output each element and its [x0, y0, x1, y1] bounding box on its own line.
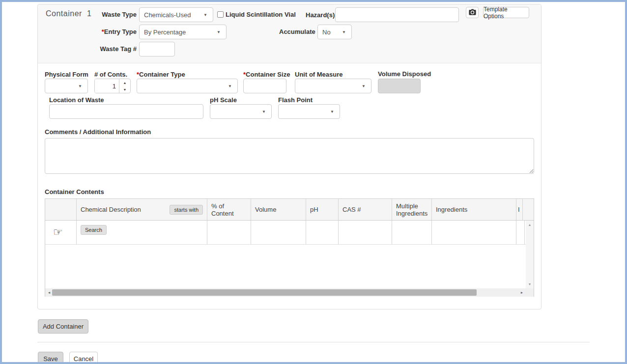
chevron-down-icon: ▼	[203, 13, 213, 17]
chevron-down-icon: ▼	[78, 84, 87, 88]
ph-scale-label: pH Scale	[210, 96, 237, 104]
chevron-down-icon: ▼	[217, 30, 226, 34]
location-of-waste-label: Location of Waste	[49, 96, 104, 104]
num-conts-spin-buttons: ▲ ▼	[119, 79, 130, 93]
volume-disposed-field	[378, 79, 421, 93]
hazards-input[interactable]	[335, 7, 459, 22]
waste-type-select[interactable]: Chemicals-Used ▼	[139, 7, 213, 22]
volume-cell	[251, 221, 306, 244]
chevron-down-icon: ▼	[362, 84, 371, 88]
chevron-down-icon: ▼	[342, 30, 351, 34]
vertical-scrollbar[interactable]: ▲ ▼	[526, 221, 534, 288]
table-header-row: Chemical Description starts with % of Co…	[45, 199, 534, 221]
accumulate-label: Accumulate	[279, 28, 315, 35]
entry-type-select[interactable]: By Percentage ▼	[139, 25, 227, 39]
flash-point-select[interactable]: ▼	[278, 104, 340, 119]
spinner-up-icon[interactable]: ▲	[119, 79, 130, 86]
location-of-waste-input[interactable]	[49, 104, 203, 119]
chevron-down-icon: ▼	[330, 110, 340, 114]
column-header-volume: Volume	[251, 199, 306, 220]
chemical-description-cell: Search	[77, 221, 207, 244]
save-button[interactable]: Save	[38, 352, 63, 364]
ingredients-cell	[432, 221, 516, 244]
cancel-button[interactable]: Cancel	[69, 352, 98, 364]
column-header-partial: I	[516, 199, 523, 220]
spinner-down-icon[interactable]: ▼	[119, 86, 130, 93]
accumulate-select[interactable]: No ▼	[317, 25, 352, 39]
physical-form-select[interactable]: ▼	[45, 79, 88, 93]
num-conts-label: # of Conts.	[94, 71, 127, 78]
column-header-cas: CAS #	[339, 199, 392, 220]
column-header-multiple-ingredients: Multiple Ingredients	[392, 199, 432, 220]
camera-button[interactable]	[466, 7, 479, 18]
cas-cell	[339, 221, 392, 244]
horizontal-scrollbar-thumb[interactable]	[52, 289, 477, 296]
physical-form-label: Physical Form	[45, 71, 88, 78]
accumulate-value: No	[318, 28, 342, 36]
table-row: ☞ Search	[45, 221, 534, 245]
container-type-select[interactable]: ▼	[137, 79, 238, 93]
search-button[interactable]: Search	[81, 225, 107, 235]
multiple-ingredients-cell	[392, 221, 432, 244]
liquid-scintillation-vial-label: Liquid Scintillation Vial	[226, 11, 296, 18]
hand-pointer-icon: ☞	[53, 226, 63, 239]
container-contents-table: Chemical Description starts with % of Co…	[45, 198, 534, 297]
horizontal-scrollbar[interactable]: ◄ ►	[45, 288, 526, 297]
container-size-label: *Container Size	[243, 71, 290, 78]
scroll-right-icon[interactable]: ►	[518, 288, 526, 297]
camera-icon	[469, 9, 476, 17]
column-header-ph: pH	[306, 199, 339, 220]
column-header-percent-of-content: % of Content	[207, 199, 251, 220]
waste-type-label: Waste Type	[74, 11, 137, 18]
starts-with-button[interactable]: starts with	[170, 205, 203, 215]
flash-point-label: Flash Point	[278, 96, 313, 104]
container-size-input[interactable]	[243, 79, 286, 93]
container-type-label: *Container Type	[137, 71, 185, 78]
partial-cell	[516, 221, 525, 244]
template-options-label: Template Options	[484, 6, 529, 20]
chevron-down-icon: ▼	[262, 110, 271, 114]
comments-label: Comments / Additional Information	[45, 128, 151, 136]
entry-type-label: *Entry Type	[74, 28, 137, 35]
hazards-label: Hazard(s)	[306, 11, 335, 19]
comments-textarea[interactable]	[45, 138, 534, 174]
table-body: ☞ Search ▲ ▼ ◄ ►	[45, 221, 534, 297]
liquid-scintillation-vial-checkbox[interactable]	[217, 11, 224, 18]
num-conts-stepper: ▲ ▼	[94, 79, 131, 93]
column-header-ingredients: Ingredients	[432, 199, 516, 220]
waste-container-form-page: Container1 Waste Type Chemicals-Used ▼ L…	[0, 0, 627, 364]
column-header-chemical-description: Chemical Description starts with	[77, 199, 207, 220]
percent-of-content-cell	[207, 221, 251, 244]
add-container-button[interactable]: Add Container	[38, 319, 88, 334]
waste-tag-label: Waste Tag #	[74, 45, 137, 53]
scrollbar-corner	[526, 288, 534, 297]
column-header-row-indicator	[45, 199, 77, 220]
scroll-down-icon[interactable]: ▼	[528, 280, 532, 288]
unit-of-measure-select[interactable]: ▼	[295, 79, 371, 93]
scroll-up-icon[interactable]: ▲	[528, 221, 532, 229]
unit-of-measure-label: Unit of Measure	[295, 71, 343, 78]
divider	[37, 342, 590, 342]
chevron-down-icon: ▼	[228, 84, 237, 88]
ph-scale-select[interactable]: ▼	[210, 104, 272, 119]
num-conts-input[interactable]	[95, 79, 119, 93]
template-options-button[interactable]: Template Options	[483, 7, 529, 18]
entry-type-value: By Percentage	[140, 28, 217, 36]
waste-tag-input[interactable]	[139, 42, 175, 56]
row-indicator-cell: ☞	[45, 221, 77, 244]
waste-type-value: Chemicals-Used	[140, 11, 203, 19]
ph-cell	[306, 221, 339, 244]
volume-disposed-label: Volume Disposed	[378, 70, 431, 78]
container-contents-title: Container Contents	[45, 188, 104, 196]
